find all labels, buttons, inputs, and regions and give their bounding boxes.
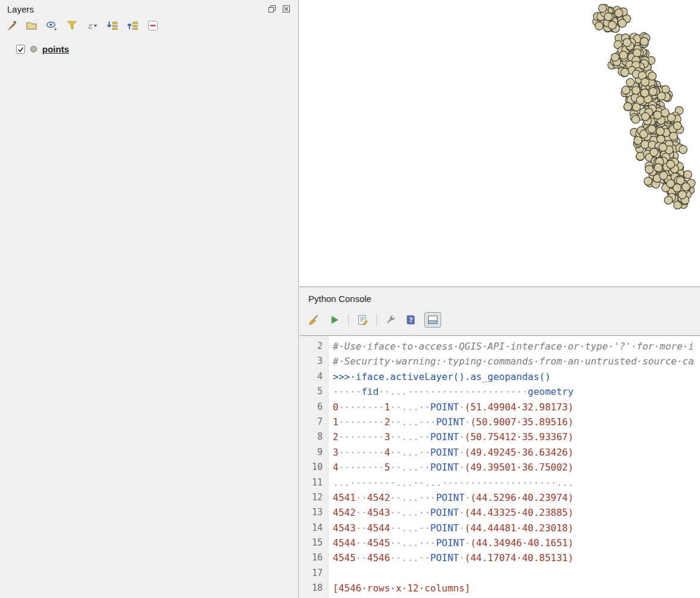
console-line: 93········4··...··POINT·(49.49245·36.634… (299, 445, 700, 460)
line-number: 16 (299, 550, 328, 565)
console-line: 104········5··...··POINT·(49.39501·36.75… (299, 460, 700, 475)
line-text: 4········5··...··POINT·(49.39501·36.7500… (328, 460, 574, 475)
layers-panel: Layers (0, 0, 299, 598)
filter-legend-funnel-icon (66, 20, 78, 32)
line-text: ·····fid··...·····················geomet… (328, 384, 574, 399)
add-group-button[interactable] (25, 19, 38, 32)
console-line: 11...········...··...···················… (299, 475, 700, 490)
add-group-icon (26, 20, 38, 32)
show-editor-button[interactable] (356, 313, 369, 326)
line-number: 17 (299, 566, 328, 581)
line-number: 7 (299, 415, 328, 429)
options-icon (385, 314, 396, 326)
run-command-icon (329, 314, 340, 326)
line-text: >>>· (328, 596, 356, 598)
console-line: 144543··4544··...··POINT·(44.44481·40.23… (299, 521, 700, 535)
line-text: >>>·iface.activeLayer().as_geopandas() (328, 369, 551, 384)
run-command-button[interactable] (328, 313, 341, 326)
console-line: 60········1··...··POINT·(51.49904·32.981… (299, 400, 700, 415)
line-number: 18 (299, 581, 328, 596)
console-line: 18[4546·rows·x·12·columns] (299, 581, 700, 596)
remove-layer-button[interactable] (146, 19, 160, 32)
python-console-toolbar: ? (308, 312, 441, 328)
line-text: 4544··4545··...···POINT·(44.34946·40.165… (328, 535, 574, 550)
console-lines: 2#·Use·iface·to·access·QGIS·API·interfac… (299, 339, 700, 598)
line-text: #·Use·iface·to·access·QGIS·API·interface… (328, 339, 694, 354)
line-text: 1········2··...···POINT·(50.9007·35.8951… (328, 415, 574, 429)
console-line: 154544··4545··...···POINT·(44.34946·40.1… (299, 535, 700, 550)
checkmark-icon (17, 46, 24, 53)
console-line: 164545··4546··...··POINT·(44.17074·40.85… (299, 550, 700, 565)
manage-map-themes-button[interactable] (45, 19, 58, 32)
line-text: 4541··4542··...···POINT·(44.5296·40.2397… (328, 490, 574, 505)
console-output[interactable]: 2#·Use·iface·to·access·QGIS·API·interfac… (299, 335, 700, 598)
line-number: 6 (299, 400, 328, 415)
line-number: 9 (299, 445, 328, 460)
layer-name-label[interactable]: points (42, 44, 69, 54)
line-text: 4545··4546··...··POINT·(44.17074·40.8513… (328, 550, 574, 565)
filter-expression-button[interactable]: ε (86, 19, 99, 32)
collapse-all-icon (127, 20, 139, 32)
line-text: 4543··4544··...··POINT·(44.44481·40.2301… (328, 521, 574, 535)
close-panel-button[interactable] (282, 4, 291, 14)
line-number: 5 (299, 384, 328, 399)
layers-panel-header: Layers (0, 0, 298, 18)
svg-text:?: ? (410, 317, 413, 323)
qgis-window: Layers (0, 0, 700, 598)
line-text: 3········4··...··POINT·(49.49245·36.6342… (328, 445, 574, 460)
collapse-all-button[interactable] (126, 19, 139, 32)
line-text (328, 566, 333, 581)
expand-all-button[interactable] (106, 19, 119, 32)
map-points-layer (299, 0, 700, 286)
console-line: 3#·Security·warning:·typing·commands·fro… (299, 354, 700, 369)
layer-styling-brush-icon (5, 20, 17, 32)
layers-panel-title: Layers (7, 4, 34, 14)
clear-console-button[interactable] (308, 313, 321, 326)
map-canvas[interactable] (299, 0, 700, 287)
line-text: ...········...··...····················.… (328, 475, 574, 490)
float-panel-icon (268, 5, 276, 13)
filter-expression-icon: ε (86, 20, 98, 32)
filter-legend-button[interactable] (65, 19, 79, 32)
line-number: 10 (299, 460, 328, 475)
layer-tree: points (0, 44, 298, 54)
layer-visibility-checkbox[interactable] (16, 45, 25, 54)
line-number: 12 (299, 490, 328, 505)
line-number: 4 (299, 369, 328, 384)
help-icon: ? (405, 314, 417, 326)
python-console-panel: Python Console (299, 287, 700, 598)
remove-layer-icon (147, 20, 159, 32)
layer-styling-button[interactable] (5, 19, 18, 32)
console-line: 17 (299, 566, 700, 581)
map-themes-eye-icon (46, 20, 58, 32)
toolbar-separator (376, 314, 377, 326)
svg-text:ε: ε (88, 21, 93, 30)
clear-console-icon (308, 314, 320, 326)
close-panel-icon (282, 5, 290, 13)
float-panel-button[interactable] (267, 4, 277, 14)
toolbar-separator (348, 314, 349, 326)
dock-toggle-button[interactable] (424, 312, 441, 328)
python-console-title: Python Console (308, 294, 371, 304)
line-number: 3 (299, 354, 328, 369)
show-editor-icon (357, 314, 368, 326)
expand-all-icon (107, 20, 118, 32)
line-number: 19 (299, 596, 328, 598)
options-button[interactable] (384, 313, 397, 326)
console-line: 19>>>· (299, 596, 700, 598)
line-text: [4546·rows·x·12·columns] (328, 581, 470, 596)
point-layer-symbol-icon (30, 46, 37, 52)
console-line: 71········2··...···POINT·(50.9007·35.895… (299, 415, 700, 429)
line-number: 15 (299, 535, 328, 550)
layer-row-points[interactable]: points (0, 44, 298, 54)
line-number: 13 (299, 505, 328, 520)
line-number: 2 (299, 339, 328, 354)
console-line: 2#·Use·iface·to·access·QGIS·API·interfac… (299, 339, 700, 354)
help-button[interactable]: ? (404, 313, 417, 326)
console-line: 4>>>·iface.activeLayer().as_geopandas() (299, 369, 700, 384)
line-number: 14 (299, 521, 328, 535)
layers-toolbar: ε (0, 18, 298, 35)
line-text: #·Security·warning:·typing·commands·from… (328, 354, 694, 369)
line-number: 11 (299, 475, 328, 490)
line-text: 0········1··...··POINT·(51.49904·32.9817… (328, 400, 574, 415)
